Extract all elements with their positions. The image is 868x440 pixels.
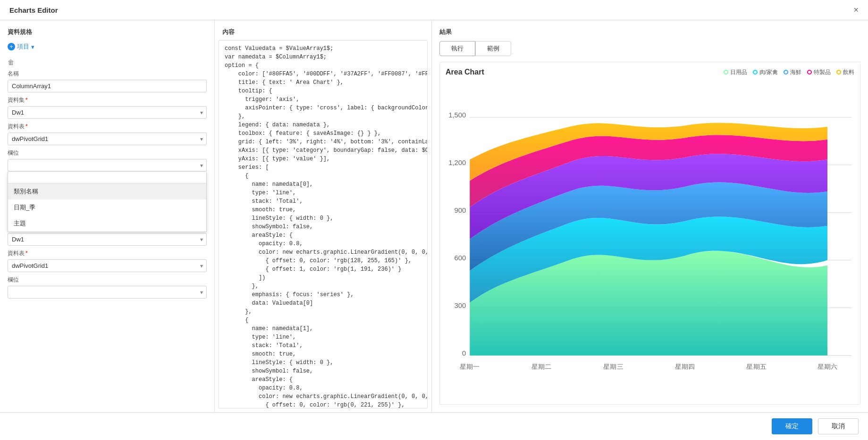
table-select-wrapper-2: dwPivotGrid1 [8, 259, 207, 272]
plus-icon: + [8, 43, 15, 50]
table-select-1[interactable]: dwPivotGrid1 [8, 133, 207, 145]
column-dropdown-1: 類別名稱 日期_季 主題 [8, 172, 207, 232]
chart-header: Area Chart 日用品 肉/家禽 海鮮 [446, 68, 854, 76]
column-select-container-1: 類別名稱 日期_季 主題 [8, 159, 207, 172]
legend-label-seafood: 海鮮 [790, 68, 801, 76]
middle-panel: 內容 const Valuedata = $ValueArray1$; var … [215, 20, 432, 412]
delete-icon-1[interactable]: 🗑 [8, 58, 207, 66]
modal-title: Echarts Editor [9, 6, 58, 14]
legend-dot-special [807, 70, 812, 75]
legend-item-daily: 日用品 [724, 68, 747, 76]
svg-text:0: 0 [462, 349, 466, 357]
legend-label-daily: 日用品 [730, 68, 747, 76]
code-editor[interactable]: const Valuedata = $ValueArray1$; var nam… [219, 40, 428, 408]
svg-text:星期三: 星期三 [603, 363, 623, 370]
area-chart-svg: 0 300 600 900 1,200 1,500 [446, 80, 854, 387]
middle-panel-title: 內容 [215, 20, 431, 40]
left-panel-title: 資料規格 [8, 28, 207, 36]
svg-text:星期五: 星期五 [746, 363, 766, 370]
right-panel: 結果 執行 範例 Area Chart 日用品 肉/家 [432, 20, 868, 412]
dropdown-item-category[interactable]: 類別名稱 [8, 183, 206, 199]
chart-container: Area Chart 日用品 肉/家禽 海鮮 [439, 62, 860, 405]
dropdown-item-date[interactable]: 日期_季 [8, 199, 206, 216]
svg-text:星期四: 星期四 [675, 363, 695, 370]
legend-dot-daily [724, 70, 728, 75]
column-dropdown-search-1[interactable] [8, 172, 206, 183]
dataset-select-2[interactable]: Dw1 [8, 233, 207, 246]
legend-item-meat: 肉/家禽 [753, 68, 778, 76]
legend-label-meat: 肉/家禽 [759, 68, 778, 76]
dataset-select-wrapper-2: Dw1 [8, 233, 207, 246]
svg-text:星期二: 星期二 [531, 363, 551, 370]
table-select-2[interactable]: dwPivotGrid1 [8, 259, 207, 272]
modal-header: Echarts Editor × [0, 0, 868, 20]
dropdown-item-topic[interactable]: 主題 [8, 216, 206, 232]
column-select-1[interactable] [8, 159, 207, 172]
dataset-select-1[interactable]: Dw1 [8, 106, 207, 119]
column-label-1: 欄位 [8, 149, 207, 157]
legend-label-drink: 飲料 [843, 68, 854, 76]
cancel-button[interactable]: 取消 [818, 418, 859, 434]
svg-text:300: 300 [455, 302, 466, 309]
legend-item-drink: 飲料 [836, 68, 854, 76]
table-label-1: 資料表* [8, 123, 207, 131]
close-button[interactable]: × [853, 6, 859, 14]
name-input-1[interactable] [8, 80, 207, 92]
legend-item-special: 特製品 [807, 68, 831, 76]
right-panel-toolbar: 執行 範例 [439, 41, 860, 56]
legend-dot-meat [753, 70, 758, 75]
confirm-button[interactable]: 確定 [772, 418, 812, 434]
legend-label-special: 特製品 [814, 68, 831, 76]
table-select-wrapper-1: dwPivotGrid1 [8, 133, 207, 145]
add-item-label: 項目 [17, 42, 29, 51]
column-select-wrapper-2 [8, 286, 207, 299]
dataset-label-1: 資料集* [8, 96, 207, 104]
right-panel-title: 結果 [439, 28, 860, 36]
svg-text:1,200: 1,200 [448, 159, 466, 166]
column-label-2: 欄位 [8, 276, 207, 284]
legend-dot-seafood [784, 70, 788, 75]
table-label-2: 資料表* [8, 249, 207, 257]
run-button[interactable]: 執行 [439, 41, 475, 56]
add-item-button[interactable]: + 項目 ▾ [8, 42, 34, 51]
chart-title: Area Chart [446, 68, 484, 76]
example-button[interactable]: 範例 [475, 41, 511, 56]
column-select-wrapper-1 [8, 159, 207, 172]
modal-body: 資料規格 + 項目 ▾ 🗑 名稱 資料集* Dw1 [0, 20, 868, 412]
chart-legend: 日用品 肉/家禽 海鮮 特製品 [724, 68, 854, 76]
legend-item-seafood: 海鮮 [784, 68, 801, 76]
left-panel: 資料規格 + 項目 ▾ 🗑 名稱 資料集* Dw1 [0, 20, 215, 412]
svg-text:900: 900 [455, 207, 466, 214]
dataset-select-wrapper-1: Dw1 [8, 106, 207, 119]
echarts-editor-modal: Echarts Editor × 資料規格 + 項目 ▾ 🗑 名稱 資料集* [0, 0, 868, 440]
column-select-2[interactable] [8, 286, 207, 299]
svg-text:星期六: 星期六 [817, 363, 837, 370]
modal-footer: 確定 取消 [0, 412, 868, 440]
chevron-down-icon: ▾ [31, 43, 34, 50]
data-item-1: 🗑 名稱 資料集* Dw1 資料表* [8, 58, 207, 172]
legend-dot-drink [836, 70, 841, 75]
name-label-1: 名稱 [8, 70, 207, 78]
svg-text:星期一: 星期一 [460, 363, 480, 370]
svg-text:1,500: 1,500 [448, 111, 466, 119]
svg-text:600: 600 [455, 254, 466, 262]
